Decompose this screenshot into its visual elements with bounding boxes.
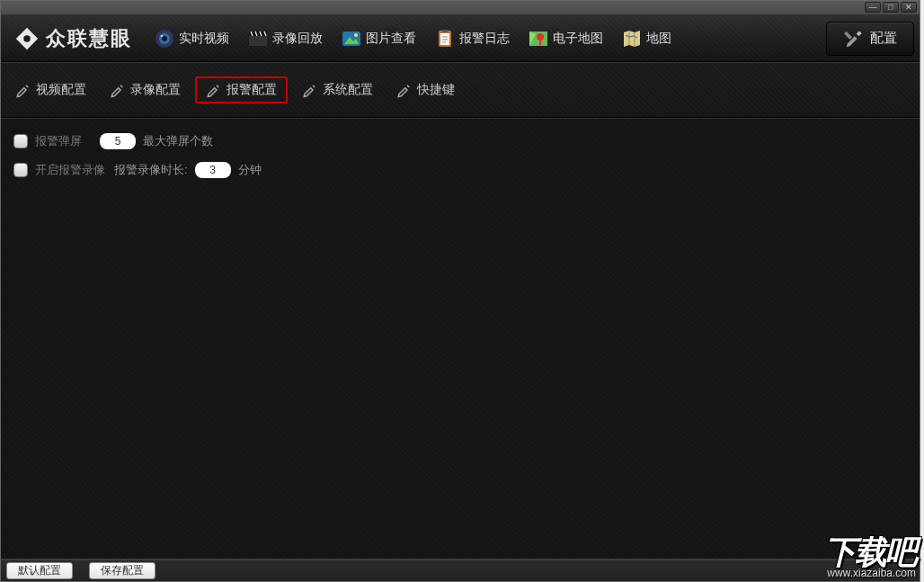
wrench-icon [396, 82, 413, 98]
map-pin-icon [528, 28, 549, 49]
subnav-video-config[interactable]: 视频配置 [6, 76, 95, 103]
nav-label: 电子地图 [553, 31, 603, 47]
wrench-icon [206, 82, 222, 98]
tools-icon [843, 28, 865, 49]
default-config-button[interactable]: 默认配置 [6, 562, 73, 579]
svg-rect-6 [249, 35, 267, 46]
nav-map[interactable]: 地图 [614, 24, 679, 53]
subnav-hotkeys[interactable]: 快捷键 [387, 76, 464, 103]
brand-logo: 众联慧眼 [6, 25, 139, 52]
config-subnav: 视频配置 录像配置 报警配置 系统配置 快捷键 [1, 62, 920, 118]
alarm-record-row: 开启报警录像 报警录像时长: 分钟 [13, 162, 907, 178]
wrench-icon [302, 82, 318, 98]
wrench-icon [15, 82, 31, 98]
minimize-button[interactable]: — [865, 2, 881, 13]
nav-label: 报警日志 [459, 31, 510, 47]
record-duration-prefix: 报警录像时长: [114, 162, 188, 178]
enable-record-checkbox[interactable] [13, 163, 28, 177]
record-duration-suffix: 分钟 [238, 162, 262, 178]
alarm-popup-row: 报警弹屏 最大弹屏个数 [13, 133, 907, 149]
save-config-button[interactable]: 保存配置 [89, 562, 155, 579]
picture-icon [341, 28, 362, 49]
wrench-icon [110, 82, 126, 98]
config-panel: 报警弹屏 最大弹屏个数 开启报警录像 报警录像时长: 分钟 [1, 118, 920, 559]
close-button[interactable]: ✕ [901, 2, 917, 13]
nav-emap[interactable]: 电子地图 [520, 24, 610, 53]
subnav-label: 视频配置 [36, 82, 86, 98]
folded-map-icon [621, 28, 643, 49]
titlebar: — □ ✕ [1, 1, 920, 15]
brand-mark-icon [13, 25, 40, 52]
camera-lens-icon [154, 28, 175, 49]
nav-live-video[interactable]: 实时视频 [147, 24, 236, 53]
nav-label: 实时视频 [179, 31, 229, 47]
subnav-label: 报警配置 [227, 82, 277, 98]
svg-rect-13 [442, 30, 448, 32]
nav-label: 地图 [646, 31, 671, 47]
nav-label: 图片查看 [366, 31, 416, 47]
app-window: — □ ✕ 众联慧眼 实时视频 录像回放 [0, 0, 920, 582]
subnav-system-config[interactable]: 系统配置 [293, 76, 382, 103]
subnav-record-config[interactable]: 录像配置 [101, 76, 190, 103]
record-duration-input[interactable] [195, 162, 231, 178]
window-controls: — □ ✕ [865, 2, 917, 13]
enable-record-label: 开启报警录像 [35, 162, 107, 178]
clipboard-icon [434, 28, 456, 49]
main-nav: 实时视频 录像回放 图片查看 报警日志 [147, 24, 679, 53]
svg-rect-16 [844, 31, 852, 39]
alarm-popup-checkbox[interactable] [13, 134, 28, 148]
settings-label: 配置 [870, 30, 897, 47]
settings-button[interactable]: 配置 [826, 22, 914, 56]
subnav-label: 快捷键 [417, 82, 455, 98]
brand-text: 众联慧眼 [46, 25, 132, 52]
max-popup-suffix: 最大弹屏个数 [143, 133, 213, 149]
clapperboard-icon [247, 28, 269, 49]
nav-image-view[interactable]: 图片查看 [333, 24, 423, 53]
header: 众联慧眼 实时视频 录像回放 图片查看 [1, 15, 920, 62]
subnav-label: 系统配置 [323, 82, 373, 98]
nav-playback[interactable]: 录像回放 [240, 24, 330, 53]
footer: 默认配置 保存配置 [1, 560, 920, 581]
svg-point-10 [354, 33, 358, 37]
nav-label: 录像回放 [272, 31, 323, 47]
maximize-button[interactable]: □ [883, 2, 899, 13]
alarm-popup-label: 报警弹屏 [35, 133, 93, 149]
svg-point-1 [23, 35, 31, 42]
subnav-alarm-config[interactable]: 报警配置 [195, 76, 288, 103]
subnav-label: 录像配置 [130, 82, 181, 98]
svg-point-15 [537, 33, 544, 40]
svg-point-5 [161, 34, 164, 37]
nav-alarm-log[interactable]: 报警日志 [427, 24, 517, 53]
max-popup-input[interactable] [100, 133, 136, 149]
